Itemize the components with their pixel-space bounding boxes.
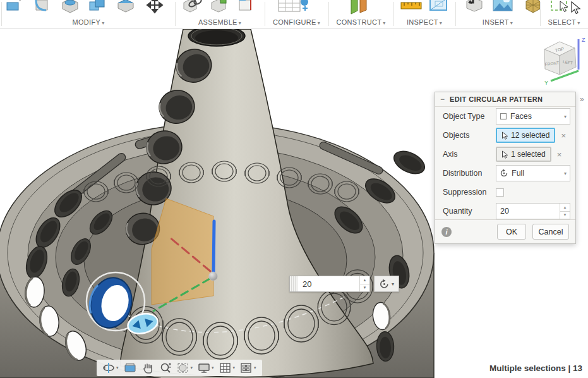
orbit-button[interactable]: ▾	[100, 361, 121, 375]
axis-label: Axis	[443, 150, 496, 159]
suppression-checkbox[interactable]	[496, 188, 504, 197]
axis-selection-chip[interactable]: 1 selected	[496, 147, 551, 162]
shell-icon[interactable]	[57, 0, 85, 15]
quantity-up-arrow[interactable]: ▲	[360, 276, 369, 284]
configure-table-icon[interactable]	[276, 0, 315, 15]
new-component-icon[interactable]	[207, 0, 234, 15]
caret-down-icon: ▾	[239, 20, 241, 26]
navigation-bar: ▾ ▾ ▾ ▾	[97, 360, 262, 376]
assemble-menu[interactable]: ASSEMBLE▾	[175, 18, 265, 26]
object-type-dropdown[interactable]: Faces ▾	[496, 108, 570, 125]
pattern-axis[interactable]	[213, 221, 214, 273]
modify-group-icons	[2, 0, 175, 15]
dialog-header[interactable]: − EDIT CIRCULAR PATTERN	[435, 92, 575, 107]
drag-grip[interactable]	[290, 276, 297, 291]
press-pull-icon[interactable]	[2, 0, 30, 15]
inspect-group-icons	[393, 0, 455, 15]
quantity-spin-down[interactable]: ▼	[560, 212, 570, 219]
section-analysis-icon[interactable]	[426, 0, 454, 15]
fit-button[interactable]: ▾	[175, 361, 195, 375]
suppression-label: Suppression	[443, 188, 496, 197]
construct-group-icons	[328, 0, 393, 15]
combine-icon[interactable]	[85, 0, 113, 15]
viewports-button[interactable]: ▾	[238, 361, 258, 375]
orbit-icon	[102, 362, 115, 374]
dialog-footer: i OK Cancel	[435, 219, 575, 243]
move-copy-icon[interactable]	[141, 0, 169, 15]
fillet-icon[interactable]	[30, 0, 57, 15]
object-type-row: Object Type Faces ▾	[435, 107, 575, 126]
clear-axis-icon[interactable]: ×	[557, 150, 562, 159]
caret-down-icon: ▾	[102, 20, 104, 26]
measure-icon[interactable]	[399, 0, 426, 15]
axis-count: 1 selected	[511, 150, 546, 159]
display-settings-icon	[198, 362, 210, 374]
quantity-down-arrow[interactable]: ▼	[360, 284, 369, 292]
3d-viewport[interactable]: TOP FRONT LEFT Z Y ▲ ▼ ▾	[0, 29, 588, 378]
info-icon[interactable]: i	[441, 227, 452, 237]
caret-down-icon: ▾	[564, 114, 567, 119]
pattern-quantity-floating-input[interactable]: ▲ ▼	[289, 276, 370, 292]
y-axis-label: Y	[544, 80, 548, 86]
quantity-field[interactable]: ▲ ▼	[496, 203, 570, 219]
view-cube[interactable]: TOP FRONT LEFT Z Y	[537, 34, 587, 88]
viewports-icon	[240, 362, 253, 374]
zoom-button[interactable]	[157, 361, 174, 375]
edit-circular-pattern-dialog: − EDIT CIRCULAR PATTERN » Object Type Fa…	[435, 92, 576, 244]
quantity-value-input[interactable]	[297, 276, 359, 291]
insert-group-icons	[455, 0, 540, 15]
caret-down-icon: ▾	[564, 171, 567, 176]
rigid-group-icon[interactable]	[234, 0, 260, 15]
z-axis-label: Z	[582, 37, 585, 43]
quantity-spin-up[interactable]: ▲	[560, 204, 570, 212]
object-type-value: Faces	[510, 112, 532, 121]
expand-panel-icon[interactable]: »	[580, 95, 584, 104]
faces-icon	[500, 113, 507, 120]
caret-down-icon: ▾	[392, 281, 394, 287]
configure-group-icons	[265, 0, 328, 15]
cursor-select-icon	[501, 131, 508, 140]
construct-plane-icon[interactable]	[346, 0, 376, 15]
zoom-icon	[159, 362, 172, 374]
ribbon-toolbar: MODIFY▾ ASSEMBLE▾ CONFIGURE▾ CONSTRUCT▾	[0, 0, 588, 28]
quantity-input[interactable]	[496, 204, 560, 219]
insert-mesh-icon[interactable]	[519, 0, 540, 15]
canvas-icon[interactable]	[489, 0, 519, 15]
display-settings-button[interactable]: ▾	[196, 361, 216, 375]
insert-derive-icon[interactable]	[460, 0, 489, 15]
caret-down-icon: ▾	[383, 20, 385, 26]
distribution-dropdown[interactable]: Full ▾	[496, 165, 570, 181]
selection-status: Multiple selections | 13	[489, 363, 582, 373]
assemble-group-icons	[175, 0, 265, 15]
objects-row: Objects 12 selected ×	[435, 126, 575, 145]
select-menu[interactable]: SELECT▾	[540, 18, 588, 26]
joint-icon[interactable]	[179, 0, 207, 15]
grid-layout-button[interactable]: ▾	[217, 361, 237, 375]
objects-selection-chip[interactable]: 12 selected	[496, 128, 555, 143]
mouse-cursor-icon	[570, 1, 582, 15]
caret-down-icon: ▾	[510, 20, 513, 26]
look-at-button[interactable]	[122, 361, 138, 375]
fit-icon	[177, 362, 189, 374]
quantity-row: Quantity ▲ ▼	[435, 202, 575, 221]
fusion-window: MODIFY▾ ASSEMBLE▾ CONFIGURE▾ CONSTRUCT▾	[0, 0, 588, 378]
configure-menu[interactable]: CONFIGURE▾	[265, 18, 328, 26]
offset-face-icon[interactable]	[113, 0, 141, 15]
insert-menu[interactable]: INSERT▾	[455, 18, 540, 26]
clear-objects-icon[interactable]: ×	[561, 131, 566, 140]
inspect-menu[interactable]: INSPECT▾	[393, 18, 455, 26]
construct-menu[interactable]: CONSTRUCT▾	[328, 18, 393, 26]
cancel-button[interactable]: Cancel	[532, 224, 569, 240]
distribution-type-button[interactable]: ▾	[374, 276, 399, 292]
pan-button[interactable]	[140, 361, 156, 375]
modify-menu[interactable]: MODIFY▾	[2, 18, 175, 26]
caret-down-icon: ▾	[212, 365, 214, 370]
objects-count: 12 selected	[511, 131, 549, 140]
ok-button[interactable]: OK	[497, 224, 526, 240]
collapse-icon[interactable]: −	[440, 95, 445, 104]
pan-hand-icon	[141, 362, 154, 374]
axis-row: Axis 1 selected ×	[435, 145, 575, 164]
caret-down-icon: ▾	[116, 365, 119, 370]
distribution-row: Distribution Full ▾	[435, 164, 575, 183]
distribution-label: Distribution	[443, 169, 496, 178]
